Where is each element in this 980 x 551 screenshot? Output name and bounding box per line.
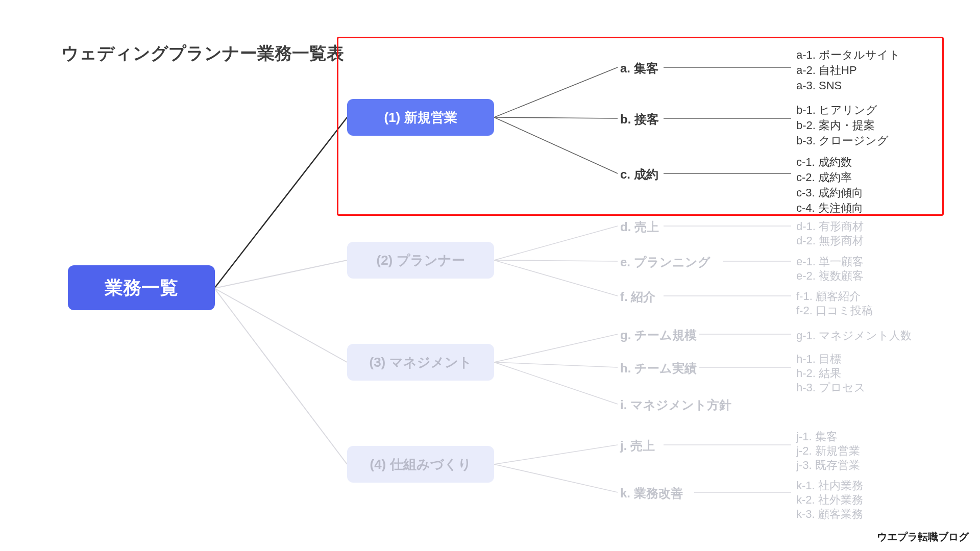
leaf-j3: j-3. 既存営業 xyxy=(796,457,860,473)
svg-line-22 xyxy=(494,464,618,492)
svg-line-12 xyxy=(494,260,618,296)
sub-h: h. チーム実績 xyxy=(620,360,697,377)
sub-f: f. 紹介 xyxy=(620,289,655,305)
sub-e: e. プランニング xyxy=(620,254,710,270)
sub-k: k. 業務改善 xyxy=(620,485,683,502)
svg-line-0 xyxy=(214,117,347,288)
svg-line-10 xyxy=(494,226,618,260)
svg-line-11 xyxy=(494,260,618,261)
root-node: 業務一覧 xyxy=(68,265,215,310)
svg-line-2 xyxy=(214,288,347,362)
svg-line-21 xyxy=(494,445,618,464)
sub-d: d. 売上 xyxy=(620,219,659,235)
svg-line-1 xyxy=(214,260,347,288)
leaf-h3: h-3. プロセス xyxy=(796,380,866,396)
leaf-g1: g-1. マネジメント人数 xyxy=(796,328,912,344)
leaf-e2: e-2. 複数顧客 xyxy=(796,268,864,284)
sub-g: g. チーム規模 xyxy=(620,327,697,343)
svg-line-17 xyxy=(494,362,618,367)
leaf-f2: f-2. 口コミ投稿 xyxy=(796,303,873,319)
sub-j: j. 売上 xyxy=(620,438,655,454)
diagram-stage: { "title":"ウェディングプランナー業務一覧表", "attributi… xyxy=(0,0,980,551)
category-2: (2) プランナー xyxy=(347,242,494,279)
leaf-k3: k-3. 顧客業務 xyxy=(796,506,863,522)
category-4: (4) 仕組みづくり xyxy=(347,446,494,483)
svg-line-16 xyxy=(494,334,618,362)
sub-i: i. マネジメント方針 xyxy=(620,397,731,413)
page-title: ウェディングプランナー業務一覧表 xyxy=(61,42,344,65)
highlight-box xyxy=(337,37,944,216)
svg-line-18 xyxy=(494,362,618,404)
leaf-d2: d-2. 無形商材 xyxy=(796,233,864,249)
svg-line-3 xyxy=(214,288,347,464)
category-3: (3) マネジメント xyxy=(347,344,494,381)
attribution-label: ウエプラ転職ブログ xyxy=(877,530,969,544)
